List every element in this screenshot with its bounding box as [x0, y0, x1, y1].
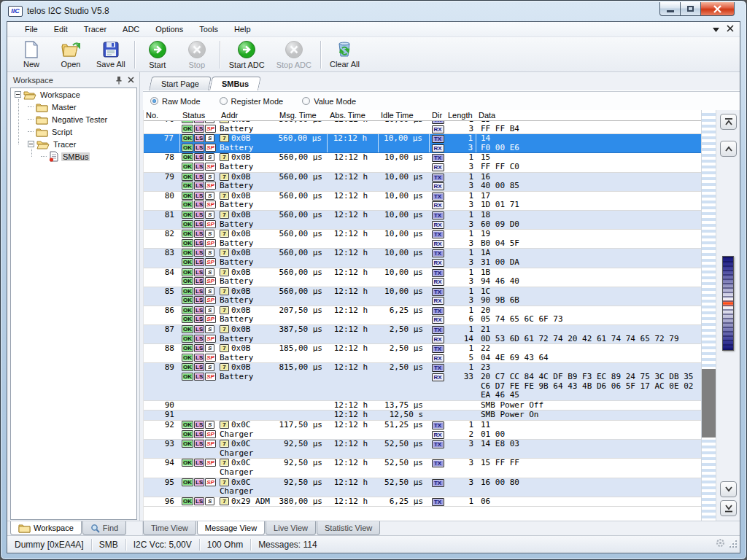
cell-abs-time: 12:12 h	[328, 401, 379, 411]
tab-list-dropdown-icon[interactable]	[713, 25, 719, 34]
cell-data: 60 09 D0	[476, 220, 701, 230]
panel-tab-workspace[interactable]: Workspace	[10, 521, 82, 535]
table-row[interactable]: 87OKLSS70x0B387,50 µs12:12 h2,50 µsTX121…	[144, 325, 701, 344]
scroll-to-top-button[interactable]	[720, 114, 737, 130]
table-header[interactable]: No.StatusAddrMsg. TimeAbs. TimeIdle Time…	[144, 110, 701, 121]
table-row[interactable]: 9112:12 h12,50 sSMB Power On	[144, 411, 701, 421]
pin-icon[interactable]	[113, 75, 125, 85]
radio-value-mode[interactable]: Value Mode	[302, 97, 356, 106]
tree-item-master[interactable]: Master	[11, 101, 136, 113]
menu-item-file[interactable]: File	[18, 23, 45, 35]
table-row[interactable]: 9012:12 h13,75 µsSMB Power Off	[144, 401, 701, 411]
table-row[interactable]: 80OKLSS70x0B560,00 µs12:12 h10,00 µsTX11…	[144, 192, 701, 211]
status-badge-sp: SP	[205, 440, 216, 448]
menu-item-help[interactable]: Help	[227, 23, 258, 35]
column-header-msg-time[interactable]: Msg. Time	[277, 111, 328, 120]
table-row[interactable]: 81OKLSS70x0B560,00 µs12:12 h10,00 µsTX11…	[144, 211, 701, 230]
open-button[interactable]: Open	[51, 39, 90, 71]
status-badge-7bit: 7	[220, 173, 229, 181]
tree-item-tracer[interactable]: Tracer	[11, 138, 136, 150]
tree-item-script[interactable]: Script	[11, 125, 136, 138]
cell-length: 1	[446, 363, 476, 373]
column-header-idle-time[interactable]: Idle Time	[379, 111, 430, 120]
table-row[interactable]: 82OKLSS70x0B560,00 µs12:12 h10,00 µsTX11…	[144, 230, 701, 249]
table-row[interactable]: 79OKLSS70x0B560,00 µs12:12 h10,00 µsTX11…	[144, 173, 701, 192]
column-header-addr[interactable]: Addr	[219, 111, 277, 120]
status-badge-7bit: 7	[220, 268, 229, 276]
radio-raw-mode[interactable]: Raw Mode	[150, 97, 201, 106]
save-all-button[interactable]: Save All	[90, 39, 131, 71]
table-row[interactable]: 77OKLSS70x0B560,00 µs12:12 h10,00 µsTX11…	[144, 134, 701, 153]
minimize-button[interactable]	[659, 2, 681, 16]
table-row[interactable]: 83OKLSS70x0B560,00 µs12:12 h10,00 µsTX11…	[144, 249, 701, 268]
scroll-up-button[interactable]	[720, 141, 737, 157]
cell-no: 89	[144, 363, 180, 373]
column-header-data[interactable]: Data	[476, 111, 701, 120]
cell-msg-time: 560,00 µs	[277, 211, 328, 220]
tree-item-workspace[interactable]: Workspace	[11, 88, 136, 101]
cell-addr: Charger	[219, 430, 277, 440]
menu-item-adc[interactable]: ADC	[115, 23, 147, 35]
table-row[interactable]: 95OKLSSP70x0C92,50 µs12:12 h52,50 µsTX31…	[144, 478, 701, 497]
table-row[interactable]: 86OKLSS70x0B207,50 µs12:12 h6,25 µsTX120…	[144, 306, 701, 325]
tree-item-smbus[interactable]: SMBus	[11, 150, 136, 163]
status-badge-ok: OK	[182, 125, 193, 133]
maximize-button[interactable]	[681, 2, 701, 16]
column-header-length[interactable]: Length	[446, 111, 476, 120]
cell-abs-time: 12:12 h	[328, 173, 379, 182]
view-tab-message-view[interactable]: Message View	[197, 521, 265, 535]
addr-text: Charger	[220, 449, 253, 458]
view-tab-time-view[interactable]: Time View	[143, 521, 196, 535]
new-button[interactable]: New	[12, 39, 51, 71]
table-row[interactable]: 94OKLSSP70x0C92,50 µs12:12 h52,50 µsTX31…	[144, 459, 701, 478]
scroll-down-button[interactable]	[720, 481, 737, 497]
start-button[interactable]: Start	[138, 39, 177, 71]
column-header-no-[interactable]: No.	[144, 111, 180, 120]
cell-idle-time: 2,50 µs	[379, 363, 430, 373]
menu-item-options[interactable]: Options	[148, 23, 190, 35]
table-row[interactable]: 88OKLSS70x0B185,00 µs12:12 h2,50 µsTX122…	[144, 344, 701, 363]
tab-smbus[interactable]: SMBus	[209, 77, 261, 90]
tab-close-icon[interactable]	[727, 25, 734, 34]
close-button[interactable]	[701, 2, 735, 16]
table-row[interactable]: 78OKLSS70x0B560,00 µs12:12 h10,00 µsTX11…	[144, 153, 701, 172]
menu-item-edit[interactable]: Edit	[47, 23, 75, 35]
addr-text: Battery	[220, 258, 253, 267]
menu-item-tracer[interactable]: Tracer	[77, 23, 114, 35]
menu-item-tools[interactable]: Tools	[192, 23, 225, 35]
cell-no: 79	[144, 173, 180, 182]
panel-tab-find[interactable]: Find	[82, 521, 126, 535]
resize-grip[interactable]	[728, 539, 737, 548]
tree-expander-icon[interactable]	[28, 141, 34, 147]
tree-expander-icon[interactable]	[15, 91, 21, 98]
view-tab-live-view[interactable]: Live View	[266, 521, 316, 535]
workspace-panel-header: Workspace	[7, 72, 139, 88]
title-bar[interactable]: IIC telos I2C Studio V5.8	[1, 1, 746, 21]
table-row[interactable]: 84OKLSS70x0B560,00 µs12:12 h10,00 µsTX11…	[144, 268, 701, 287]
vertical-scrollbar[interactable]	[701, 110, 716, 521]
column-header-abs-time[interactable]: Abs. Time	[328, 111, 379, 120]
table-row[interactable]: 93OKLSSP70x0C92,50 µs12:12 h52,50 µsTX31…	[144, 440, 701, 459]
scrollbar-thumb[interactable]	[702, 369, 716, 438]
column-header-dir[interactable]: Dir	[430, 111, 446, 120]
table-row[interactable]: 92OKLSS70x0C117,50 µs12:12 h51,25 µsTX11…	[144, 421, 701, 440]
scroll-to-bottom-button[interactable]	[720, 500, 737, 516]
view-tab-statistic-view[interactable]: Statistic View	[317, 521, 380, 535]
clear-all-button[interactable]: Clear All	[324, 39, 365, 71]
table-row[interactable]: 85OKLSS70x0B560,00 µs12:12 h10,00 µsTX11…	[144, 287, 701, 306]
cell-no: 87	[144, 325, 180, 335]
cell-status: OKLSS	[180, 230, 219, 239]
cell-data	[476, 487, 701, 497]
cell-abs-time	[328, 315, 379, 324]
column-header-status[interactable]: Status	[180, 111, 219, 120]
tab-start-page[interactable]: Start Page	[149, 77, 212, 90]
table-row[interactable]: 96OKLSS70x29 ADM380,00 µs12:12 h6,25 µsT…	[144, 497, 701, 508]
cell-abs-time: 12:12 h	[328, 363, 379, 373]
panel-close-icon[interactable]	[125, 75, 136, 85]
table-row[interactable]: 76OKLSS70x0B560,00 µs12:12 h10,00 µsTX11…	[144, 121, 701, 134]
start-adc-button[interactable]: Start ADC	[223, 39, 271, 71]
cell-abs-time: 12:12 h	[328, 192, 379, 201]
tree-item-negative-tester[interactable]: Negative Tester	[11, 113, 136, 125]
radio-register-mode[interactable]: Register Mode	[220, 97, 284, 106]
table-row[interactable]: 89OKLSS70x0B815,00 µs12:12 h2,50 µsTX123…	[144, 363, 701, 400]
